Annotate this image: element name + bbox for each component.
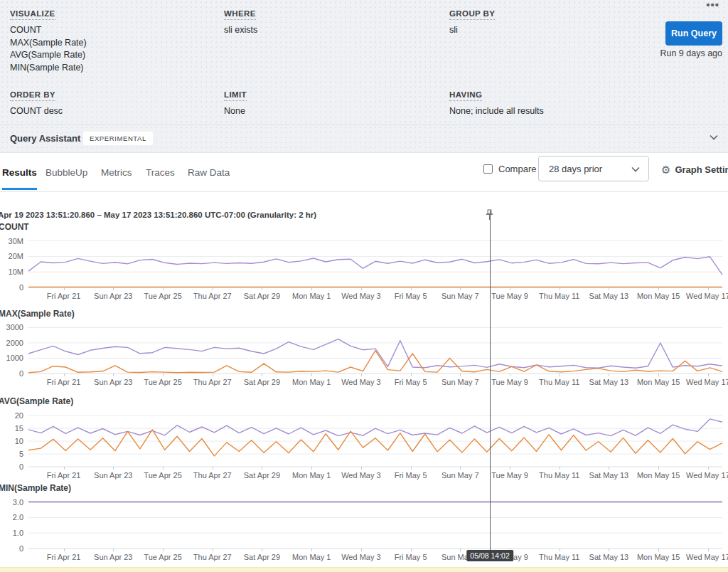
group-by-clause[interactable]: sli [449,24,495,37]
x-tick-mark [262,467,262,470]
x-tick-mark [560,374,560,376]
query-assistant-title: Query Assistant [10,133,80,144]
series-line-sli-group-1 [28,339,722,369]
series-line-sli-group-2 [28,351,722,373]
x-tick-mark [609,287,609,290]
where-column: WHERE sli exists [224,6,257,37]
x-tick-mark [361,374,362,376]
x-tick-mark [460,467,461,470]
y-tick-label: 20M [0,252,23,260]
x-tick-mark [113,374,114,376]
x-tick-mark [560,287,560,290]
honeycomb-query-page: VISUALIZE COUNTMAX(Sample Rate)AVG(Sampl… [0,0,728,572]
crosshair-line[interactable] [490,211,491,561]
having-column: HAVING None; include all results [449,88,544,118]
order-by-clause[interactable]: COUNT desc [10,105,63,118]
chart-title: COUNT [0,222,29,232]
visualize-header: VISUALIZE [10,9,55,20]
y-tick-label: 3000 [0,323,23,332]
tab-results[interactable]: Results [2,167,37,190]
y-tick-label: 30M [0,237,23,245]
y-tick-label: 1.0 [0,529,23,537]
x-tick-label: Wed May 17 [678,471,728,480]
visualize-clause[interactable]: MIN(Sample Rate) [10,62,87,75]
limit-column: LIMIT None [224,88,247,118]
query-assistant-bar[interactable]: Query Assistant EXPERIMENTAL [0,125,728,153]
chart-plot[interactable] [28,236,722,287]
y-tick-label: 2000 [0,339,23,347]
pin-icon[interactable] [485,209,494,221]
tab-traces[interactable]: Traces [146,167,175,188]
chart-plot[interactable] [28,497,722,549]
run-query-button[interactable]: Run Query [665,21,722,46]
x-tick-mark [64,374,65,376]
chart-plot[interactable] [28,323,722,374]
tab-raw-data[interactable]: Raw Data [188,167,230,188]
visualize-clause[interactable]: COUNT [10,24,87,37]
x-tick-mark [411,374,412,376]
limit-header: LIMIT [224,90,247,101]
y-tick-label: 3.0 [0,498,23,507]
x-tick-mark [411,287,412,290]
chart-title: MAX(Sample Rate) [0,309,75,319]
x-tick-mark [311,374,312,376]
x-tick-mark [163,549,164,551]
visualize-clause[interactable]: AVG(Sample Rate) [10,49,87,62]
notice-strip [0,567,728,572]
y-tick-label: 15 [0,424,23,433]
x-tick-mark [213,467,213,470]
x-tick-mark [609,549,609,551]
chart-title: AVG(Sample Rate) [0,396,73,406]
x-tick-mark [113,549,114,551]
x-tick-mark [262,374,262,376]
x-tick-mark [411,467,412,470]
y-tick-label: 5 [0,450,23,458]
tab-bubbleup[interactable]: BubbleUp [46,167,87,188]
query-results-charts: Apr 19 2023 13:51:20.860 – May 17 2023 1… [0,192,728,572]
x-tick-label: Wed May 17 [678,292,728,300]
limit-clause[interactable]: None [224,105,247,118]
group-by-column: GROUP BY sli [449,6,495,37]
series-line-sli-group-1 [28,419,722,436]
x-tick-label: Wed May 17 [678,378,728,386]
graph-settings-label: Graph Settings [675,164,728,175]
x-tick-mark [609,374,609,376]
y-tick-label: 0 [0,283,23,292]
overflow-menu-icon[interactable]: ••• [706,0,719,11]
x-tick-mark [213,549,213,551]
x-tick-mark [262,287,262,290]
visualize-column: VISUALIZE COUNTMAX(Sample Rate)AVG(Sampl… [10,6,87,74]
where-clause[interactable]: sli exists [224,24,257,37]
x-tick-mark [64,549,65,551]
compare-to-checkbox[interactable] [483,164,493,174]
chart-title: MIN(Sample Rate) [0,483,71,493]
experimental-badge: EXPERIMENTAL [83,132,153,145]
results-tab-bar: ResultsBubbleUpMetricsTracesRaw Data Com… [0,153,728,192]
chart-plot[interactable] [28,411,722,467]
visualize-items: COUNTMAX(Sample Rate)AVG(Sample Rate)MIN… [10,24,87,74]
x-tick-mark [361,287,362,290]
x-tick-mark [460,287,461,290]
compare-period-select[interactable]: 28 days prior [538,156,649,181]
having-clause[interactable]: None; include all results [449,105,544,118]
y-tick-label: 1000 [0,354,23,362]
tab-metrics[interactable]: Metrics [101,167,132,188]
x-tick-mark [163,467,164,470]
visualize-clause[interactable]: MAX(Sample Rate) [10,37,87,50]
x-tick-mark [411,549,412,551]
order-by-column: ORDER BY COUNT desc [10,88,63,118]
x-tick-mark [658,467,659,470]
y-tick-label: 0 [0,462,23,471]
chevron-down-icon[interactable] [710,134,718,140]
compare-period-value: 28 days prior [549,164,602,174]
graph-settings-button[interactable]: ⚙Graph Settings [661,163,728,176]
x-tick-mark [64,467,65,470]
y-tick-label: 10M [0,268,23,276]
x-tick-mark [311,549,312,551]
x-tick-mark [213,287,213,290]
x-tick-mark [311,467,312,470]
x-tick-mark [113,467,114,470]
x-tick-mark [213,374,213,376]
x-tick-mark [510,467,510,470]
x-tick-mark [708,467,709,470]
